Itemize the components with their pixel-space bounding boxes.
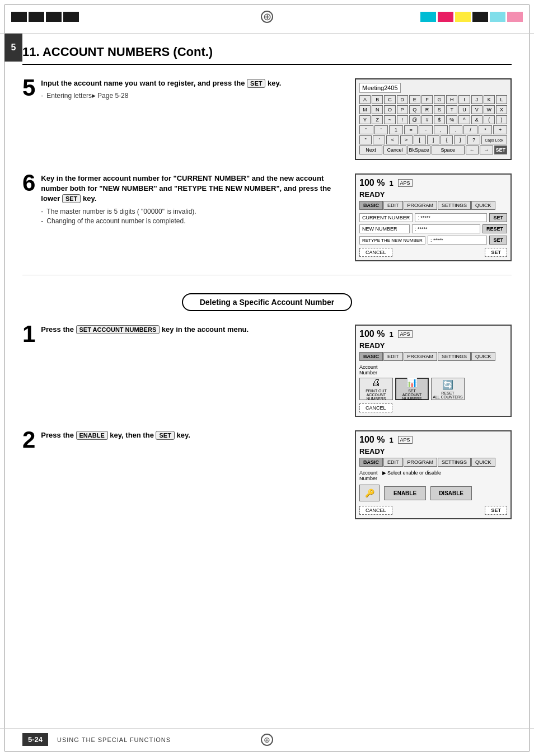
key-dollar[interactable]: $ bbox=[434, 115, 445, 124]
key-lt[interactable]: < bbox=[386, 135, 399, 144]
key-sq[interactable]: ' bbox=[374, 125, 388, 134]
key-b[interactable]: B bbox=[372, 95, 383, 104]
key-d[interactable]: D bbox=[397, 95, 408, 104]
key-q[interactable]: Q bbox=[409, 105, 420, 114]
tab-program-6[interactable]: PROGRAM bbox=[404, 201, 438, 210]
key-w[interactable]: W bbox=[484, 105, 495, 114]
tab-settings-d2[interactable]: SETTINGS bbox=[438, 458, 471, 467]
tab-quick-d1[interactable]: QUICK bbox=[471, 352, 495, 361]
tab-quick-d2[interactable]: QUICK bbox=[471, 458, 495, 467]
tab-program-d2[interactable]: PROGRAM bbox=[404, 458, 438, 467]
key-dot[interactable]: . bbox=[449, 125, 463, 134]
cancel-btn-d1[interactable]: CANCEL bbox=[359, 403, 392, 412]
key-c[interactable]: C bbox=[384, 95, 395, 104]
key-l[interactable]: L bbox=[496, 95, 507, 104]
key-h[interactable]: H bbox=[446, 95, 457, 104]
current-set-btn[interactable]: SET bbox=[489, 213, 507, 222]
delete-section-title: Deleting a Specific Account Number bbox=[182, 293, 353, 311]
cancel-btn-6[interactable]: CANCEL bbox=[359, 248, 392, 257]
key-cancel[interactable]: Cancel bbox=[383, 145, 406, 154]
key-dquote2[interactable]: " bbox=[359, 135, 372, 144]
reset-counters-icon[interactable]: 🔄 RESETALL COUNTERS bbox=[431, 378, 465, 400]
print-out-icon[interactable]: 🖨 PRINT OUTACCOUNT NUMBERS bbox=[359, 378, 393, 400]
tab-edit-d1[interactable]: EDIT bbox=[383, 352, 403, 361]
kbd-row-3: Y Z ~ ! @ # $ % ^ & ( ) bbox=[359, 115, 507, 124]
key-a[interactable]: A bbox=[359, 95, 371, 104]
key-slash[interactable]: / bbox=[463, 125, 477, 134]
tab-settings-6[interactable]: SETTINGS bbox=[438, 201, 471, 210]
kbd-row-6: Next Cancel BkSpace Space ← → SET bbox=[359, 145, 507, 154]
tab-quick-6[interactable]: QUICK bbox=[471, 201, 495, 210]
key-quote[interactable]: " bbox=[359, 125, 373, 134]
key-lparen[interactable]: ( bbox=[484, 115, 495, 124]
key-tilde[interactable]: ~ bbox=[384, 115, 395, 124]
key-squote2[interactable]: ' bbox=[373, 135, 385, 144]
new-number-value: : ***** bbox=[412, 224, 480, 233]
key-eq[interactable]: = bbox=[404, 125, 418, 134]
key-gt[interactable]: > bbox=[400, 135, 413, 144]
key-plus[interactable]: + bbox=[493, 125, 507, 134]
tab-edit-6[interactable]: EDIT bbox=[383, 201, 403, 210]
key-e[interactable]: E bbox=[409, 95, 420, 104]
key-amp[interactable]: & bbox=[471, 115, 483, 124]
key-rparen[interactable]: ) bbox=[496, 115, 507, 124]
cancel-btn-d2[interactable]: CANCEL bbox=[359, 506, 392, 515]
tab-basic-d1[interactable]: BASIC bbox=[359, 352, 383, 361]
key-t[interactable]: T bbox=[446, 105, 457, 114]
key-caret[interactable]: ^ bbox=[458, 115, 470, 124]
tab-basic-6[interactable]: BASIC bbox=[359, 201, 383, 210]
key-o[interactable]: O bbox=[384, 105, 395, 114]
key-at[interactable]: @ bbox=[409, 115, 420, 124]
key-hash[interactable]: # bbox=[421, 115, 433, 124]
key-f[interactable]: F bbox=[421, 95, 433, 104]
set-btn-6[interactable]: SET bbox=[485, 248, 507, 257]
key-excl[interactable]: ! bbox=[397, 115, 408, 124]
key-star[interactable]: * bbox=[479, 125, 493, 134]
color-bars-left bbox=[11, 12, 79, 22]
key-1[interactable]: 1 bbox=[389, 125, 403, 134]
tab-basic-d2[interactable]: BASIC bbox=[359, 458, 383, 467]
key-left[interactable]: ← bbox=[466, 145, 479, 154]
set-btn-d2[interactable]: SET bbox=[485, 506, 507, 515]
key-space[interactable]: Space bbox=[432, 145, 465, 154]
key-g[interactable]: G bbox=[434, 95, 445, 104]
reset-btn[interactable]: RESET bbox=[483, 224, 507, 233]
key-pct[interactable]: % bbox=[446, 115, 457, 124]
key-s[interactable]: S bbox=[434, 105, 445, 114]
key-v[interactable]: V bbox=[471, 105, 483, 114]
key-right[interactable]: → bbox=[480, 145, 493, 154]
key-qmark[interactable]: ? bbox=[467, 135, 480, 144]
key-r[interactable]: R bbox=[421, 105, 433, 114]
key-z[interactable]: Z bbox=[372, 115, 383, 124]
key-m[interactable]: M bbox=[359, 105, 371, 114]
main-content: 11. ACCOUNT NUMBERS (Cont.) 5 Input the … bbox=[0, 34, 534, 544]
enable-button-d2[interactable]: ENABLE bbox=[384, 486, 426, 500]
retype-set-btn[interactable]: SET bbox=[489, 236, 507, 245]
account-label-d2: AccountNumber bbox=[359, 470, 378, 481]
key-y[interactable]: Y bbox=[359, 115, 371, 124]
set-account-icon[interactable]: 📊 SETACCOUNT NUMBERS bbox=[395, 378, 429, 400]
key-k[interactable]: K bbox=[484, 95, 495, 104]
key-rcurl[interactable]: } bbox=[454, 135, 466, 144]
key-u[interactable]: U bbox=[458, 105, 470, 114]
color-bar-1 bbox=[11, 12, 27, 22]
key-next[interactable]: Next bbox=[359, 145, 382, 154]
key-rbr[interactable]: ] bbox=[427, 135, 439, 144]
key-caps[interactable]: Caps Lock bbox=[481, 135, 507, 144]
disable-button-d2[interactable]: DISABLE bbox=[430, 486, 472, 500]
key-p[interactable]: P bbox=[397, 105, 408, 114]
key-n[interactable]: N bbox=[372, 105, 383, 114]
key-minus[interactable]: - bbox=[419, 125, 433, 134]
key-lbr[interactable]: [ bbox=[414, 135, 426, 144]
key-lcurl[interactable]: { bbox=[441, 135, 453, 144]
key-x[interactable]: X bbox=[496, 105, 507, 114]
key-bkspace[interactable]: BkSpace bbox=[407, 145, 430, 154]
key-set[interactable]: SET bbox=[494, 145, 508, 154]
footer: 5-24 USING THE SPECIAL FUNCTIONS ⊕ bbox=[0, 728, 534, 746]
key-comma[interactable]: , bbox=[434, 125, 448, 134]
tab-edit-d2[interactable]: EDIT bbox=[383, 458, 403, 467]
key-i[interactable]: I bbox=[458, 95, 470, 104]
key-j[interactable]: J bbox=[471, 95, 483, 104]
tab-settings-d1[interactable]: SETTINGS bbox=[438, 352, 471, 361]
tab-program-d1[interactable]: PROGRAM bbox=[404, 352, 438, 361]
